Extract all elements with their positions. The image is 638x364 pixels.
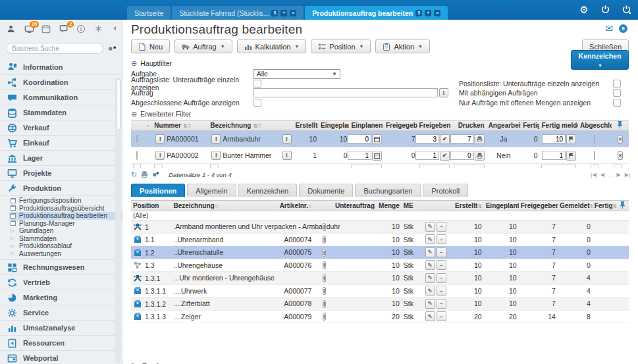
tab-produktionsauftrag-bearbeiten[interactable]: Produktionsauftrag bearbeiten 5 + ×: [305, 6, 448, 20]
collapse-position-button[interactable]: −: [437, 311, 446, 321]
aufgabe-select[interactable]: Alle▼: [253, 69, 340, 79]
sidebar-item-rechnungswesen[interactable]: Rechnungswesen: [0, 259, 122, 274]
position-row-1.3.1[interactable]: 1.3.1...Uhr montieren - Uhrengehäuse!10S…: [131, 272, 629, 285]
abgeschlossen-checkbox[interactable]: [594, 134, 595, 143]
neu-button[interactable]: Neu: [131, 39, 170, 53]
collapse-circle-icon[interactable]: ⊖: [131, 60, 137, 67]
edit-position-button[interactable]: ✎: [425, 234, 435, 244]
sidebar-subitem-auswertungen[interactable]: ▷ Auswertungen: [9, 250, 122, 258]
col-fertig-melden[interactable]: Fertig melde⇅: [539, 120, 578, 131]
col-fertig[interactable]: Fertig⇅: [593, 201, 616, 211]
unterauftrag-lookup-button[interactable]: !: [323, 261, 326, 269]
kennzeichen-button[interactable]: Kennzeichen ▼: [571, 50, 629, 70]
messages-icon[interactable]: 2: [59, 24, 70, 34]
mail-icon[interactable]: ✉: [605, 24, 613, 33]
tab-allgemein[interactable]: Allgemein: [187, 184, 236, 197]
auftrag-button[interactable]: Auftrag▼: [174, 39, 232, 53]
tab-kennzeichen[interactable]: Kennzeichen: [238, 184, 298, 197]
fertig-melden-flag-button[interactable]: [566, 151, 576, 161]
unterauftrag-lookup-button[interactable]: !: [323, 236, 326, 244]
collapse-position-button[interactable]: −: [437, 286, 446, 296]
tab-close-icon[interactable]: ×: [434, 10, 440, 16]
edit-position-button[interactable]: ✎: [425, 311, 435, 321]
position-row-1.2[interactable]: 1.2..UhrenschatulleA000075!10Stk✎−101070: [131, 246, 629, 259]
settings-gear-icon[interactable]: ⚙: [579, 5, 589, 15]
collapse-position-button[interactable]: −: [437, 299, 446, 309]
sidebar-item-vertrieb[interactable]: Vertrieb: [0, 274, 122, 290]
asterisk-icon[interactable]: [94, 24, 105, 34]
sidebar-item-verkauf[interactable]: Verkauf: [0, 120, 122, 135]
drucken-input[interactable]: [450, 134, 474, 143]
col-erstellt[interactable]: Erstellt⇅: [294, 120, 319, 131]
sidebar-item-umsatzanalyse[interactable]: Umsatzanalyse: [0, 320, 122, 335]
edit-position-button[interactable]: ✎: [425, 286, 435, 296]
col-einplanen[interactable]: Einplanen: [349, 120, 384, 131]
offene-mengen-checkbox[interactable]: [613, 99, 621, 107]
order-row-pa000001[interactable]: !PA000001 !Armbanduhr! 10 10 7 ✔ Ja 0 ×: [131, 131, 629, 147]
search-connect-icon[interactable]: [108, 45, 117, 52]
position-button[interactable]: Position▼: [311, 39, 371, 53]
auftrag-lookup-button[interactable]: !: [439, 88, 448, 97]
order-row-pa000002[interactable]: !PA000002 !Bunter Hammer! 1 0 0 ✔ Nein 0…: [131, 147, 629, 164]
sidebar-item-marketing[interactable]: Marketing: [0, 290, 122, 305]
abgeschlossene-checkbox[interactable]: [253, 99, 261, 107]
edit-position-button[interactable]: ✎: [425, 299, 435, 309]
auftrag-input[interactable]: [253, 88, 438, 97]
unterauftrag-lookup-button[interactable]: !: [323, 249, 326, 257]
position-row-1.1[interactable]: 1.1..UhrenarmbandA000074!10Stk✎−101070: [131, 233, 629, 246]
sidebar-item-koordination[interactable]: Koordination: [0, 74, 122, 90]
col-me[interactable]: ME: [402, 201, 420, 211]
col-unterauftrag[interactable]: Unterauftrag: [333, 201, 377, 211]
first-page-icon[interactable]: |◀: [591, 172, 597, 178]
sidebar-subitem-grundlagen[interactable]: ▷ Grundlagen: [9, 227, 122, 235]
collapse-sidebar-icon[interactable]: [111, 24, 122, 34]
collapse-position-button[interactable]: −: [437, 234, 446, 244]
calendar-icon[interactable]: [41, 24, 52, 34]
next-page-icon[interactable]: ▶: [617, 172, 621, 178]
row-select-checkbox[interactable]: [136, 151, 138, 160]
row-select-checkbox[interactable]: [136, 134, 138, 143]
sidebar-item-stammdaten[interactable]: Stammdaten: [0, 105, 122, 120]
einplanen-input[interactable]: [348, 134, 371, 143]
power-icon[interactable]: [600, 5, 610, 15]
fertig-melden-input[interactable]: [542, 134, 566, 143]
abgeschlossen-checkbox[interactable]: [594, 151, 595, 160]
col-eingeplant[interactable]: Eingeplant⇅: [319, 120, 349, 131]
col-freigegeben[interactable]: Freigegeben: [519, 201, 558, 211]
position-row-1.3.1.2[interactable]: 1.3.1.2....ZifferblattA000078!10Stk✎−101…: [131, 298, 629, 311]
refresh-icon[interactable]: ↻: [131, 170, 137, 179]
edit-position-button[interactable]: ✎: [425, 260, 435, 270]
tab-dokumente[interactable]: Dokumente: [299, 184, 353, 197]
select-all-header[interactable]: [131, 120, 143, 131]
last-page-icon[interactable]: ▶|: [625, 172, 630, 178]
col-drucken[interactable]: Drucken: [452, 120, 487, 131]
drucken-printer-button[interactable]: [475, 134, 485, 144]
sidebar-subitem-produktionsauftragsuebersicht[interactable]: Produktionsauftragsübersicht: [9, 205, 122, 213]
bezeichnung-lookup-button[interactable]: !: [211, 134, 221, 143]
pin-columns-icon[interactable]: [612, 120, 629, 131]
kalkulation-button[interactable]: Kalkulation▼: [237, 39, 307, 53]
tab-startseite[interactable]: Startseite: [127, 6, 171, 20]
sidebar-item-einkauf[interactable]: Einkauf: [0, 135, 122, 150]
sidebar-item-kommunikation[interactable]: Kommunikation: [0, 90, 122, 105]
freigeben-input[interactable]: [415, 151, 439, 160]
einplanen-calendar-button[interactable]: [372, 134, 382, 144]
freigeben-input[interactable]: [415, 134, 439, 143]
detail-button[interactable]: !: [282, 134, 292, 143]
sidebar-subitem-planungs-manager[interactable]: Planungs-Manager: [9, 220, 122, 228]
position-row-1.3.1.1[interactable]: 1.3.1.1....UhrwerkA000077!10Stk✎−101074: [131, 284, 629, 298]
fertig-melden-input[interactable]: [542, 151, 566, 160]
einplanen-input[interactable]: [348, 151, 371, 160]
col-artikelnr[interactable]: Artikelnr.▽: [275, 201, 313, 211]
edit-position-button[interactable]: ✎: [425, 247, 435, 257]
col-bezeichnung[interactable]: Bezeichnung ⇅▽: [208, 120, 293, 131]
drucken-printer-button[interactable]: [475, 151, 485, 161]
tab-close-icon[interactable]: ×: [290, 10, 296, 16]
monitor-notifications-icon[interactable]: 20: [24, 24, 35, 34]
col-menge[interactable]: Menge: [377, 201, 402, 211]
user-icon[interactable]: [7, 24, 17, 34]
unterauftrag-lookup-button[interactable]: !: [323, 274, 326, 282]
scrollbar-thumb[interactable]: [116, 79, 120, 130]
col-abgeschlossen[interactable]: Abgeschlosse: [578, 120, 612, 131]
col-eingeplant[interactable]: Eingeplant⇅: [484, 201, 519, 211]
